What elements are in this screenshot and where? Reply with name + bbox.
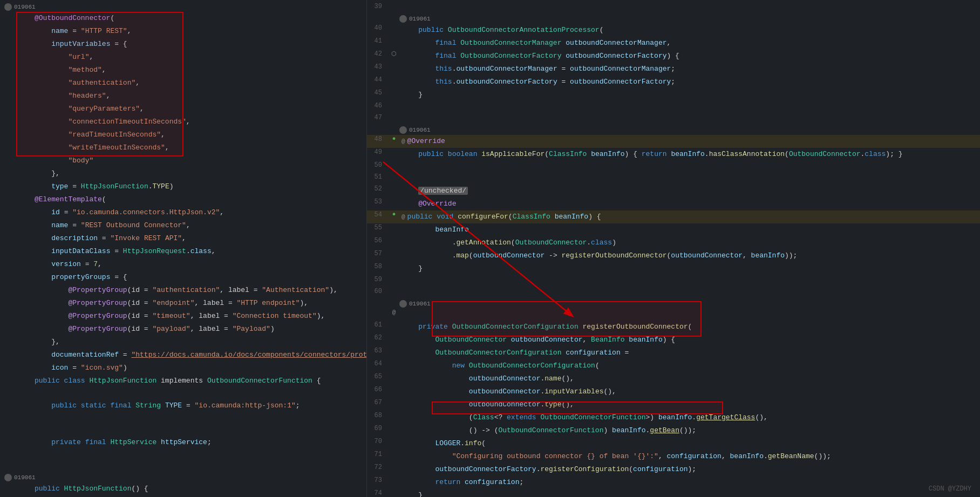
code-line [0,387,366,399]
right-code-line-66: 66 outboundConnector.inputVariables(), [367,385,980,398]
code-line: @PropertyGroup(id = "payload", label = "… [0,323,366,336]
watermark: CSDN @YZDHY [929,485,971,493]
code-line: @PropertyGroup(id = "endpoint", label = … [0,297,366,310]
code-line: "queryParameters", [0,103,366,115]
right-code-line-52: 52 /unchecked/ [367,185,980,198]
right-code-line-65: 65 outboundConnector.name(), [367,372,980,385]
code-line: @ElementTemplate( [0,193,366,206]
right-code-line-59: 59 [367,275,980,287]
code-line: "url", [0,51,366,64]
right-user-badge-2: 019061 [367,125,980,135]
left-panel: 019061 @OutboundConnector( name = "HTTP … [0,0,367,497]
code-line [0,424,366,436]
right-code-line-39: 39 [367,2,980,14]
code-line: }, [0,336,366,349]
right-code-line-67: 67 outboundConnector.type(), [367,398,980,411]
code-line: @PropertyGroup(id = "authentication", la… [0,284,366,297]
right-code-line-49: 49 public boolean isApplicableFor(ClassI… [367,148,980,161]
right-code-line-72: 72 outboundConnectorFactory.registerConf… [367,463,980,476]
avatar-icon-r3 [399,300,407,308]
avatar-icon [4,3,12,11]
right-code-line-55: 55 beanInfo [367,223,980,236]
right-code-line-57: 57 .map(outboundConnector -> registerOut… [367,249,980,262]
avatar-icon-r2 [399,126,407,134]
right-code-line-60: 60 [367,287,980,299]
main-container: 019061 @OutboundConnector( name = "HTTP … [0,0,980,497]
code-line: "method", [0,64,366,77]
code-line: @OutboundConnector( [0,12,366,25]
right-code-line-41: 41 final OutboundConnectorManager outbou… [367,37,980,50]
code-line: public static final String TYPE = "io.ca… [0,399,366,412]
code-line: private final HttpService httpService; [0,436,366,449]
code-line: name = "REST Outbound Connector", [0,219,366,232]
right-code-line-47: 47 [367,113,980,125]
code-line: public HttpJsonFunction() { [0,482,366,495]
right-code-line-64: 64 new OutboundConnectorConfiguration( [367,359,980,372]
right-code-line-46: 46 [367,101,980,113]
right-code-line-70: 70 LOGGER.info( [367,437,980,450]
right-code-line-44: 44 this.outboundConnectorFactory = outbo… [367,76,980,88]
right-code-line-62: 62 OutboundConnector outboundConnector, … [367,333,980,346]
left-user-id: 019061 [14,4,36,10]
right-code-line-48: 48 ● @ @Override [367,135,980,148]
right-user-badge-1: 019061 [367,14,980,24]
code-line: "connectionTimeoutInSeconds", [0,115,366,128]
code-line: @PropertyGroup(id = "timeout", label = "… [0,310,366,323]
code-line: propertyGroups = { [0,271,366,284]
code-line: }, [0,167,366,180]
right-code-line-63: 63 OutboundConnectorConfiguration config… [367,346,980,359]
code-line: "headers", [0,90,366,103]
code-line [0,461,366,473]
code-line: name = "HTTP REST", [0,25,366,38]
code-line [0,412,366,424]
right-code-line-74: 74 } [367,489,980,497]
right-user-badge-3: 019061 [367,299,980,309]
left-user-id-2: 019061 [14,474,36,481]
code-line: "readTimeoutInSeconds", [0,128,366,141]
right-code-line-60b: @ [367,309,980,321]
code-line [0,449,366,461]
right-code-line-58: 58 } [367,262,980,275]
code-line: icon = "icon.svg") [0,362,366,375]
code-line: "body" [0,154,366,167]
code-line: id = "io.camunda.connectors.HttpJson.v2"… [0,206,366,219]
code-line: type = HttpJsonFunction.TYPE) [0,180,366,193]
right-code-line-73: 73 return configuration; [367,476,980,489]
code-line: public class HttpJsonFunction implements… [0,375,366,387]
right-code-line-51: 51 [367,173,980,185]
left-user-badge-2: 019061 [0,473,366,482]
avatar-icon-r1 [399,15,407,23]
right-code-line-56: 56 .getAnnotation(OutboundConnector.clas… [367,236,980,249]
code-line: documentationRef = "https://docs.camunda… [0,349,366,362]
code-line: inputDataClass = HttpJsonRequest.class, [0,245,366,258]
right-code-line-40: 40 public OutboundConnectorAnnotationPro… [367,24,980,37]
code-line: version = 7, [0,258,366,271]
code-line: inputVariables = { [0,38,366,51]
right-code-line-68: 68 (Class<? extends OutboundConnectorFun… [367,411,980,424]
code-line: description = "Invoke REST API", [0,232,366,245]
right-code-line-61: 61 private OutboundConnectorConfiguratio… [367,321,980,333]
right-code-line-43: 43 this.outboundConnectorManager = outbo… [367,63,980,76]
code-line: "authentication", [0,77,366,90]
right-code-line-42: 42 ⬡ final OutboundConnectorFactory outb… [367,50,980,63]
right-code-line-50: 50 [367,161,980,173]
avatar-icon-2 [4,474,12,481]
left-user-badge: 019061 [0,2,366,12]
right-panel: 39 019061 40 public OutboundConnectorAnn… [367,0,980,497]
right-code-line-45: 45 } [367,88,980,101]
right-code-line-53: 53 @Override [367,198,980,210]
right-code-line-69: 69 () -> (OutboundConnectorFunction) bea… [367,424,980,437]
code-line: "writeTimeoutInSeconds", [0,141,366,154]
right-code-line-54: 54 ● @ public void configureFor(ClassInf… [367,210,980,223]
right-code-line-71: 71 "Configuring outbound connector {} of… [367,450,980,463]
